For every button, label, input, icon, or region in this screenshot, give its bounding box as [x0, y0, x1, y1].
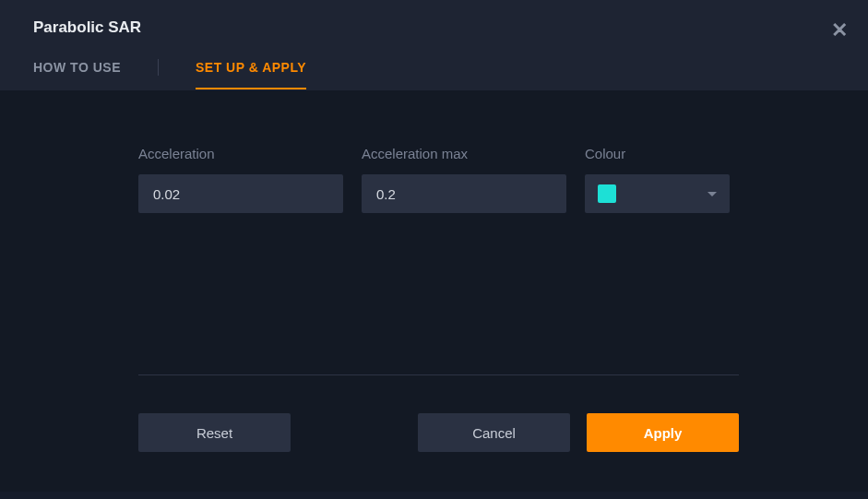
footer-right-group: Cancel Apply [418, 413, 739, 452]
dialog-header: Parabolic SAR ✕ How to use Set up & appl… [0, 0, 868, 90]
acceleration-label: Acceleration [138, 146, 343, 161]
reset-button[interactable]: Reset [138, 413, 291, 452]
close-button[interactable]: ✕ [831, 20, 848, 41]
dialog-title: Parabolic SAR [33, 18, 850, 37]
divider [138, 374, 739, 375]
acceleration-input[interactable] [138, 174, 343, 213]
field-colour: Colour [585, 146, 730, 213]
field-acceleration-max: Acceleration max [362, 146, 566, 213]
field-acceleration: Acceleration [138, 146, 343, 213]
colour-swatch [598, 184, 616, 203]
colour-label: Colour [585, 146, 730, 161]
acceleration-max-label: Acceleration max [362, 146, 566, 161]
apply-button[interactable]: Apply [587, 413, 739, 452]
acceleration-max-input[interactable] [362, 174, 566, 213]
chevron-down-icon [707, 192, 717, 196]
tab-how-to-use[interactable]: How to use [33, 60, 121, 89]
footer-buttons: Reset Cancel Apply [138, 413, 739, 452]
cancel-button[interactable]: Cancel [418, 413, 570, 452]
indicator-settings-dialog: Parabolic SAR ✕ How to use Set up & appl… [0, 0, 868, 499]
tab-separator [158, 59, 159, 76]
tab-setup-apply[interactable]: Set up & apply [196, 60, 306, 89]
fields-row: Acceleration Acceleration max Colour [138, 146, 730, 213]
close-icon: ✕ [831, 18, 848, 42]
dialog-body: Acceleration Acceleration max Colour Res… [0, 90, 868, 492]
colour-select[interactable] [585, 174, 730, 213]
tabs: How to use Set up & apply [33, 59, 850, 90]
